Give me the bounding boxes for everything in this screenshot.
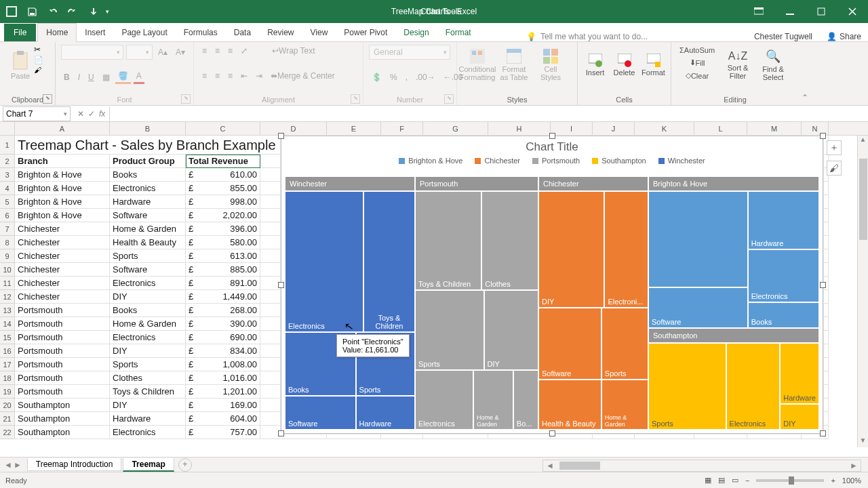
sheet-nav-prev-icon[interactable]: ◄ <box>4 460 12 470</box>
row-header[interactable]: 1 <box>0 136 15 155</box>
treemap-cell[interactable]: Sports <box>602 308 648 379</box>
treemap-cell[interactable]: Hardware <box>357 396 414 429</box>
number-format-select[interactable]: General <box>369 45 450 60</box>
format-cells-button[interactable]: Format <box>642 45 665 85</box>
save-icon[interactable] <box>24 4 39 19</box>
data-cell[interactable]: Portsmouth <box>15 331 110 344</box>
treemap-cell[interactable]: Hardware <box>781 344 818 403</box>
delete-cells-button[interactable]: Delete <box>612 45 636 85</box>
zoom-in-icon[interactable]: + <box>831 476 835 485</box>
row-header[interactable]: 19 <box>0 385 15 399</box>
legend-item[interactable]: Portsmouth <box>532 157 580 165</box>
column-header[interactable]: A <box>15 122 110 135</box>
column-header[interactable]: B <box>110 122 186 135</box>
sheet-tab-active[interactable]: Treemap <box>123 458 174 472</box>
align-left-icon[interactable]: ≡ <box>199 70 210 82</box>
data-cell[interactable]: Brighton & Hove <box>15 209 110 222</box>
row-header[interactable]: 18 <box>0 371 15 385</box>
data-cell[interactable]: Hardware <box>110 412 186 426</box>
share-button[interactable]: 👤Share <box>827 32 861 41</box>
row-header[interactable]: 9 <box>0 249 15 263</box>
increase-font-icon[interactable]: A▴ <box>155 46 170 58</box>
data-cell[interactable]: Portsmouth <box>15 317 110 331</box>
chart-resize-handle[interactable] <box>278 133 284 139</box>
merge-center-button[interactable]: ⬌ Merge & Center <box>268 70 338 82</box>
zoom-slider[interactable] <box>756 479 824 482</box>
data-cell[interactable]: Books <box>110 168 186 182</box>
row-header[interactable]: 21 <box>0 412 15 426</box>
font-dialog-launcher[interactable]: ⬊ <box>181 94 191 104</box>
scroll-down-icon[interactable]: ▼ <box>858 436 868 447</box>
tab-data[interactable]: Data <box>226 24 259 41</box>
insert-cells-button[interactable]: Insert <box>583 45 607 85</box>
align-middle-icon[interactable]: ≡ <box>212 45 222 57</box>
header-cell[interactable]: Product Group <box>110 155 186 168</box>
wrap-text-button[interactable]: ↩ Wrap Text <box>269 45 318 57</box>
currency-cell[interactable]: £268.00 <box>186 304 260 317</box>
currency-cell[interactable]: £1,201.00 <box>186 385 260 399</box>
data-cell[interactable]: Sports <box>110 249 186 263</box>
view-page-break-icon[interactable]: ▭ <box>732 476 738 485</box>
currency-cell[interactable]: £390.00 <box>186 317 260 331</box>
currency-cell[interactable]: £396.00 <box>186 222 260 236</box>
treemap-cell[interactable]: Toys & Children <box>416 192 481 289</box>
treemap-branch-header[interactable]: Brighton & Hove <box>649 177 818 190</box>
formula-input[interactable] <box>109 106 868 121</box>
legend-item[interactable]: Brighton & Hove <box>399 157 462 165</box>
treemap-cell[interactable]: Home & Garden <box>474 371 513 430</box>
touch-mode-icon[interactable] <box>85 4 100 19</box>
chart-resize-handle[interactable] <box>549 430 555 436</box>
data-cell[interactable]: Chichester <box>15 236 110 249</box>
treemap-branch-header[interactable]: Southampton <box>649 329 818 342</box>
increase-decimal-icon[interactable]: .00→ <box>413 71 438 83</box>
treemap-branch-header[interactable]: Portsmouth <box>416 177 538 190</box>
clipboard-dialog-launcher[interactable]: ⬊ <box>43 94 52 104</box>
view-normal-icon[interactable]: ▦ <box>705 476 711 485</box>
treemap-cell[interactable]: Software <box>539 308 601 379</box>
chart-resize-handle[interactable] <box>820 133 826 139</box>
tab-insert[interactable]: Insert <box>77 24 113 41</box>
chart-resize-handle[interactable] <box>820 282 826 288</box>
data-cell[interactable]: Brighton & Hove <box>15 182 110 195</box>
data-cell[interactable]: Southampton <box>15 399 110 412</box>
data-cell[interactable]: Brighton & Hove <box>15 195 110 209</box>
cut-icon[interactable]: ✂ <box>34 45 43 54</box>
treemap-cell[interactable]: Health & Beauty <box>539 380 601 429</box>
data-cell[interactable]: Portsmouth <box>15 385 110 399</box>
autosum-button[interactable]: Σ AutoSum <box>677 45 717 56</box>
cancel-entry-icon[interactable]: ✕ <box>77 109 84 119</box>
row-header[interactable]: 4 <box>0 182 15 195</box>
treemap-branch-header[interactable]: Chichester <box>539 177 648 190</box>
treemap-cell[interactable]: Electronics <box>749 250 818 302</box>
currency-cell[interactable]: £604.00 <box>186 412 260 426</box>
chart-styles-button[interactable]: 🖌 <box>827 161 842 176</box>
ribbon-display-icon[interactable] <box>743 0 774 23</box>
data-cell[interactable]: Electronics <box>110 426 186 439</box>
tab-formulas[interactable]: Formulas <box>176 24 226 41</box>
row-header[interactable]: 14 <box>0 317 15 331</box>
treemap-cell[interactable]: DIY <box>485 291 538 369</box>
row-header[interactable]: 10 <box>0 263 15 277</box>
treemap-cell[interactable]: DIY <box>781 405 818 429</box>
font-name-select[interactable] <box>61 45 123 60</box>
data-cell[interactable]: Health & Beauty <box>110 236 186 249</box>
data-cell[interactable]: Portsmouth <box>15 344 110 358</box>
format-as-table-button[interactable]: Format as Table <box>499 45 529 85</box>
treemap-cell[interactable]: Sports <box>649 344 726 429</box>
new-sheet-button[interactable]: + <box>178 458 192 472</box>
data-cell[interactable]: Hardware <box>110 195 186 209</box>
data-cell[interactable]: Portsmouth <box>15 371 110 385</box>
tab-file[interactable]: File <box>4 24 36 41</box>
align-top-icon[interactable]: ≡ <box>199 45 210 57</box>
orientation-icon[interactable]: ⤢ <box>238 45 250 57</box>
data-cell[interactable]: Home & Garden <box>110 222 186 236</box>
treemap-cell[interactable] <box>649 192 747 287</box>
format-painter-icon[interactable]: 🖌 <box>34 66 43 74</box>
name-box[interactable]: Chart 7 <box>3 106 71 121</box>
currency-cell[interactable]: £1,008.00 <box>186 358 260 371</box>
legend-item[interactable]: Southampton <box>592 157 646 165</box>
currency-cell[interactable]: £885.00 <box>186 263 260 277</box>
data-cell[interactable]: Portsmouth <box>15 304 110 317</box>
minimize-button[interactable] <box>774 0 806 23</box>
select-all-corner[interactable] <box>0 122 15 135</box>
